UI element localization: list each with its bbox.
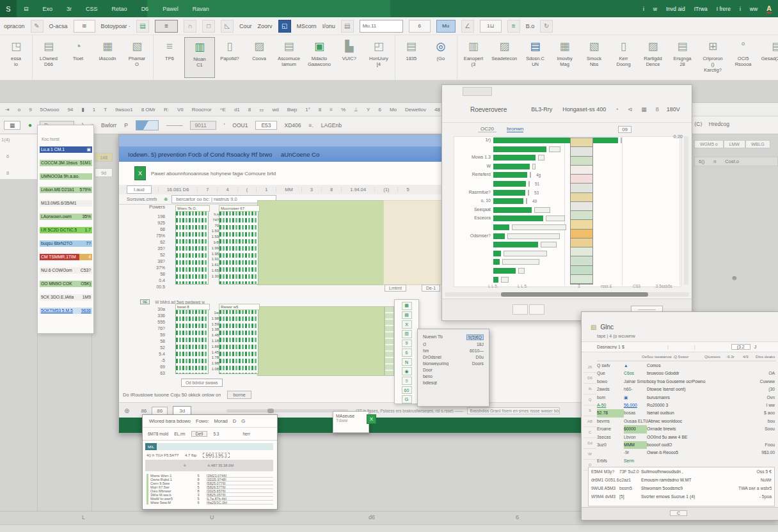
toolbar-item[interactable]: 94 <box>67 107 73 113</box>
list-item[interactable]: 5OKTM53 5.M.5 9636 <box>40 308 92 314</box>
title-right-item[interactable]: ITrwa <box>694 6 708 12</box>
list-item[interactable]: LAorwown.owm 35% <box>40 214 92 220</box>
toolbar-item[interactable]: ⊥ <box>354 107 358 113</box>
back-icon[interactable]: ⊲ <box>628 106 633 113</box>
column-header[interactable]: Diss deaks <box>756 354 776 359</box>
strip-icon[interactable]: 6 <box>402 348 412 357</box>
green-range-area[interactable] <box>257 200 385 285</box>
toolbar-item[interactable]: ▮ <box>81 107 84 113</box>
ribbon-button[interactable]: ▙ VUIC? <box>335 37 364 78</box>
toolbar-item[interactable]: T <box>104 107 107 113</box>
toolbar-item[interactable]: wd <box>272 107 278 113</box>
toolbar-item[interactable]: ⇥ <box>5 107 10 113</box>
toolbar-button[interactable]: □ <box>202 20 215 33</box>
toolbar-item[interactable]: Dewetlov <box>405 107 426 113</box>
column-header[interactable]: Oe5oc tseatarow .Q.5swor <box>597 354 704 359</box>
ribbon-button[interactable]: ▨ Seadetecon <box>488 37 521 78</box>
toolbar-item[interactable]: Bwp <box>287 107 298 113</box>
summary-row[interactable]: dr6M1 G051.6 c2az1 Emousm ramdsdno W.MT … <box>589 476 774 484</box>
ribbon-button[interactable]: ° OCI5 Rsoooa <box>729 37 758 78</box>
list-item[interactable]: NU.6 COWOom C53? <box>40 267 92 274</box>
table-row[interactable]: 3secas Lbvon OO0nd 5u aww 4 BE <box>597 434 776 441</box>
ribbon-button[interactable]: ▯ Kerr Doong <box>609 37 639 78</box>
toolbar-button[interactable]: Botoypoar · <box>101 20 131 32</box>
ribbon-button[interactable]: ▤ Ersgnga 28 <box>668 37 697 78</box>
title-right-item[interactable]: Invd aid <box>666 6 685 12</box>
scrollbar-thumb[interactable] <box>267 409 274 413</box>
toolbar-button[interactable]: 1⊔ <box>480 20 502 33</box>
header-cell[interactable]: MM <box>276 187 301 192</box>
sheet-tab[interactable]: I.aud <box>127 185 152 194</box>
horizontal-scrollbar[interactable] <box>226 409 348 412</box>
toolbar-button[interactable]: De9 <box>191 431 208 437</box>
toolbar-item[interactable]: 6 <box>378 107 381 113</box>
font-color-icon[interactable]: A <box>766 4 772 13</box>
toolbar-item[interactable]: ≡. <box>309 122 314 129</box>
toolbar-item[interactable]: herr <box>242 432 250 436</box>
toolbar-item[interactable]: d1 <box>234 107 240 113</box>
range-tag[interactable]: Lmtrnt <box>385 285 406 292</box>
toolbar-button[interactable]: ⊞ <box>74 20 95 33</box>
menu-tab[interactable]: D6 <box>134 6 156 12</box>
menu-tab[interactable]: CSS <box>79 6 105 12</box>
ribbon-button[interactable]: ⊞ Criproron () Karctig? <box>697 37 729 78</box>
toolbar-item[interactable]: ⚏ <box>259 107 264 113</box>
menu-tab[interactable]: 3r <box>60 6 79 12</box>
table-row[interactable]: Q swfv ▲ Comos <box>597 362 776 370</box>
column-header[interactable]: -9.3r <box>726 354 743 359</box>
toolbar-button[interactable]: ◱ <box>278 20 291 33</box>
toolbar-item[interactable]: % <box>341 107 345 113</box>
toolbar-button[interactable]: ≡ <box>507 20 520 33</box>
toolbar-item[interactable]: XD406 <box>285 122 301 129</box>
horizontal-scrollbar[interactable] <box>445 292 689 297</box>
table-row[interactable]: 2awds h60- Dtowoe Isenst oont) (30 <box>597 386 776 393</box>
sheet-tab[interactable]: 86 <box>141 408 147 414</box>
ribbon-button[interactable]: ▤ LOwned D66 <box>34 37 63 78</box>
toolbar-item[interactable]: Bwlorr <box>101 122 116 129</box>
toolbar-item[interactable]: 1 <box>93 107 95 113</box>
table-row[interactable]: 3uz0 MMM boooof oudO Foou <box>597 441 776 449</box>
status-button[interactable]: borne <box>227 391 251 399</box>
column-header[interactable]: Qlosrees <box>704 354 726 359</box>
title-right-item[interactable]: I frere <box>717 6 731 12</box>
ribbon-button[interactable]: ▥ Nioan C1 <box>184 37 215 78</box>
strip-icon[interactable]: ▥ <box>402 330 412 338</box>
toolbar-button[interactable]: I/onu <box>322 20 335 32</box>
summary-row[interactable]: W9M4 dvM3 [5] Svcrter emows Sucrue 1 (4)… <box>589 492 774 501</box>
toolbar-button[interactable]: ◺ <box>221 20 234 33</box>
range-tag[interactable]: De-1 <box>422 285 440 292</box>
strip-icon[interactable]: 9 <box>402 340 412 348</box>
toolbar-item[interactable]: VII <box>177 107 184 113</box>
ribbon-button[interactable]: ▤ Sdosn.C UN <box>521 37 550 78</box>
menu-item[interactable]: hm 6010— <box>418 347 489 354</box>
header-cell[interactable]: 3 <box>301 187 321 192</box>
note-box[interactable]: Od bdrdur swaws <box>181 379 223 387</box>
name-box[interactable]: Sorsvws.cmrb <box>127 196 164 202</box>
toolbar-item[interactable]: 1° <box>305 107 310 113</box>
list-item[interactable]: COCCM.3M.1bsus 51M1 <box>40 160 92 166</box>
add-sheet-icon[interactable]: ⊕ <box>124 407 129 414</box>
summary-row[interactable]: 9WU8 A5M3 bssm5 Shwomsm 5oodsmc9 TWA swr… <box>589 484 774 492</box>
toolbar-item[interactable]: P <box>124 122 128 129</box>
toolbar-button[interactable]: ∠ <box>461 20 474 33</box>
menu-tab[interactable]: Pawel <box>155 6 186 12</box>
header-cell[interactable]: 4 <box>217 187 237 192</box>
header-cell[interactable]: 1 <box>256 187 276 192</box>
ribbon-button[interactable]: ◰ HonUury [4 <box>364 37 393 78</box>
toolbar-button[interactable]: Zoorv <box>258 20 273 32</box>
toolbar-item[interactable]: 9 <box>29 107 31 113</box>
toolbar-item[interactable]: 5Owooo <box>40 107 60 113</box>
ribbon-button[interactable]: ≡ TP6 <box>155 37 184 78</box>
strip-icon[interactable]: N <box>402 358 412 366</box>
strip-icon[interactable]: X <box>402 320 412 329</box>
menu-item[interactable]: Nuewn Tb 9(5)€Q <box>418 333 489 341</box>
toolbar-button[interactable]: MScorn <box>297 20 317 32</box>
menu-tab[interactable]: ⊟ <box>17 6 36 12</box>
footer-tab[interactable] <box>512 304 528 315</box>
refresh-icon[interactable]: ◔ <box>615 106 618 113</box>
ribbon-button[interactable]: ▯ Papotid? <box>215 37 244 78</box>
header-cell[interactable]: 16.081 D6 <box>158 187 198 192</box>
menu-tab[interactable]: Exo <box>36 6 60 12</box>
toolbar-button[interactable]: ▤ <box>341 20 354 33</box>
header-cell[interactable]: 8 <box>321 187 341 192</box>
